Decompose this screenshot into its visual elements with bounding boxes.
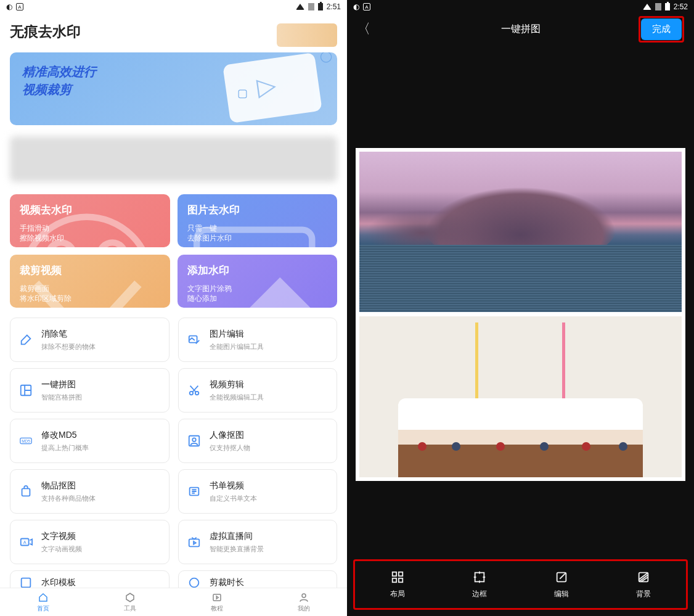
item-sub: 智能更换直播背景 [210, 544, 264, 554]
bottom-nav: 首页 工具 教程 我的 [0, 588, 347, 616]
svg-rect-30 [475, 572, 484, 581]
svg-rect-17 [22, 488, 30, 496]
text-video-icon: A [19, 535, 33, 549]
scissors-icon [187, 384, 201, 397]
nav-label: 工具 [124, 604, 136, 613]
svg-rect-26 [393, 572, 396, 575]
sim-icon [308, 3, 314, 10]
nav-me[interactable]: 我的 [260, 588, 347, 616]
item-booklist-video[interactable]: 书单视频自定义书单文本 [178, 469, 338, 514]
item-sub: 支持各种商品物体 [41, 494, 96, 503]
tool-border[interactable]: 边框 [439, 563, 521, 606]
tool-label: 布局 [390, 589, 405, 599]
item-image-edit[interactable]: 图片编辑全能图片编辑工具 [178, 318, 338, 362]
tool-background[interactable]: 背景 [602, 563, 684, 606]
collage-image-1[interactable] [359, 152, 682, 313]
card-add-watermark[interactable]: 添加水印 文字图片涂鸦 随心添加 [178, 255, 338, 308]
tool-layout[interactable]: 布局 [357, 563, 439, 606]
battery-icon [665, 3, 670, 10]
collage-image-2[interactable] [359, 316, 682, 477]
item-title: 水印模板 [41, 577, 76, 588]
app-indicator-icon: A [16, 3, 23, 10]
item-collage[interactable]: 一键拼图智能宫格拼图 [10, 368, 169, 413]
card-sub: 裁剪画面 将水印区域剪除 [20, 284, 160, 303]
item-sub: 仅支持抠人物 [210, 443, 250, 453]
card-image-watermark[interactable]: 图片去水印 只需一键 去除图片水印 [178, 194, 338, 247]
wifi-icon [296, 4, 304, 10]
item-title: 消除笔 [41, 329, 96, 340]
item-text-video[interactable]: A文字视频文字动画视频 [10, 520, 169, 564]
vip-button[interactable] [277, 23, 337, 47]
item-virtual-studio[interactable]: 虚拟直播间智能更换直播背景 [178, 520, 338, 564]
collage-canvas[interactable] [356, 148, 685, 481]
item-sub: 智能宫格拼图 [41, 393, 82, 402]
sub-banner[interactable] [10, 136, 337, 182]
image-edit-icon [187, 333, 201, 347]
promo-banner[interactable]: ◯ ▢ 精准高效进行 视频裁剪 [10, 52, 337, 125]
eraser-icon [19, 333, 33, 347]
card-sub: 文字图片涂鸦 随心添加 [187, 284, 328, 303]
nav-tools[interactable]: 工具 [87, 588, 174, 616]
svg-rect-28 [393, 578, 396, 581]
status-time: 2:51 [327, 2, 341, 11]
svg-text:MD5: MD5 [22, 439, 30, 443]
item-title: 视频剪辑 [210, 379, 264, 390]
item-sub: 文字动画视频 [41, 544, 82, 554]
bag-icon [19, 485, 33, 498]
nav-label: 教程 [211, 604, 223, 613]
item-md5[interactable]: MD5修改MD5提高上热门概率 [10, 419, 169, 463]
item-title: 剪裁时长 [210, 577, 244, 588]
svg-point-1 [48, 242, 74, 247]
item-title: 修改MD5 [41, 430, 89, 441]
nav-label: 首页 [37, 604, 49, 613]
item-title: 人像抠图 [210, 430, 250, 441]
status-bar: ◐ A 2:52 [347, 0, 694, 14]
battery-icon [318, 3, 323, 10]
svg-point-16 [192, 438, 196, 441]
item-sub: 提高上热门概率 [41, 443, 89, 453]
item-title: 图片编辑 [210, 329, 264, 340]
svg-rect-29 [399, 578, 402, 581]
svg-point-2 [100, 242, 126, 247]
md5-icon: MD5 [19, 434, 33, 448]
svg-point-23 [189, 578, 198, 588]
item-eraser[interactable]: 消除笔抹除不想要的物体 [10, 318, 169, 362]
sim-icon [655, 3, 661, 10]
tool-label: 背景 [636, 589, 651, 599]
tv-icon [187, 535, 201, 549]
item-video-edit[interactable]: 视频剪辑全能视频编辑工具 [178, 368, 338, 413]
person-icon [187, 434, 201, 448]
collage-icon [19, 384, 33, 397]
item-portrait-cutout[interactable]: 人像抠图仅支持抠人物 [178, 419, 338, 463]
item-object-cutout[interactable]: 物品抠图支持各种商品物体 [10, 469, 169, 514]
wifi-icon [643, 4, 651, 10]
edit-toolbar: 布局 边框 编辑 背景 [353, 559, 688, 610]
item-title: 虚拟直播间 [210, 531, 264, 542]
status-time: 2:52 [674, 2, 688, 11]
nav-tutorials[interactable]: 教程 [174, 588, 261, 616]
booklist-icon [187, 485, 201, 498]
item-sub: 全能图片编辑工具 [210, 342, 264, 351]
done-button[interactable]: 完成 [641, 18, 682, 40]
app-indicator-icon: A [363, 3, 370, 10]
tool-label: 边框 [472, 589, 487, 599]
card-video-watermark[interactable]: 视频去水印 手指滑动 擦除视频水印 [10, 194, 170, 247]
nav-home[interactable]: 首页 [0, 588, 87, 616]
card-sub: 只需一键 去除图片水印 [187, 223, 328, 243]
item-title: 文字视频 [41, 531, 82, 542]
tool-edit[interactable]: 编辑 [521, 563, 603, 606]
svg-rect-22 [22, 578, 31, 588]
item-title: 物品抠图 [41, 480, 96, 491]
camera-icon: ◐ [353, 2, 359, 11]
item-sub: 自定义书单文本 [210, 494, 257, 503]
item-title: 书单视频 [210, 480, 257, 491]
item-sub: 抹除不想要的物体 [41, 342, 96, 351]
svg-rect-27 [399, 572, 402, 575]
item-title: 一键拼图 [41, 379, 82, 390]
item-sub: 全能视频编辑工具 [210, 393, 264, 402]
status-bar: ◐ A 2:51 [0, 0, 347, 14]
card-crop-video[interactable]: 裁剪视频 裁剪画面 将水印区域剪除 [10, 255, 170, 308]
nav-label: 我的 [298, 604, 310, 613]
tool-label: 编辑 [554, 589, 569, 599]
card-sub: 手指滑动 擦除视频水印 [20, 223, 160, 243]
